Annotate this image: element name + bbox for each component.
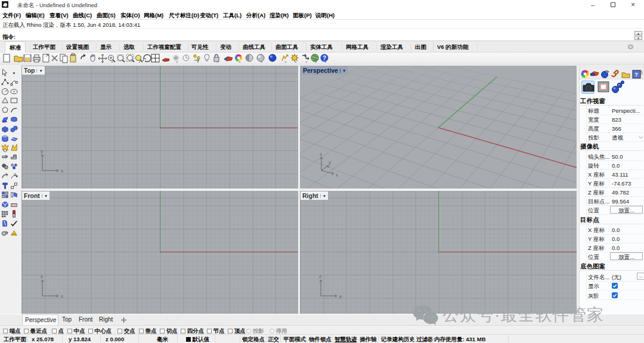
svg-text:x: x — [336, 172, 338, 178]
svg-text:z: z — [320, 152, 322, 157]
svg-text:y: y — [329, 160, 331, 165]
svg-text:x: x — [61, 293, 63, 299]
svg-text:z: z — [41, 274, 43, 279]
svg-text:x: x — [61, 168, 63, 174]
svg-text:y: y — [41, 149, 43, 154]
svg-text:z: z — [319, 274, 321, 279]
svg-text:y: y — [339, 293, 342, 299]
svg-text:?: ? — [634, 72, 638, 78]
